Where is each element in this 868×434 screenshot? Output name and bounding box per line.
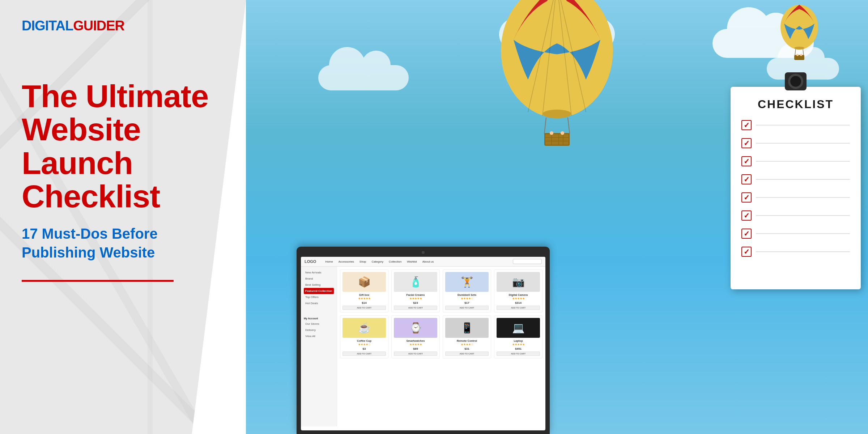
ecom-search-bar[interactable] (513, 259, 542, 264)
ecom-main-content: New Arrivals Brand Best Selling Featured… (301, 267, 545, 426)
product-price-facial: $23 (394, 301, 437, 305)
divider-line (22, 280, 174, 282)
ecom-nav-accessories: Accessories (339, 260, 354, 263)
product-card-laptop: 💻 Laptop ★★★★★ $451 ADD TO CART (494, 315, 542, 358)
add-to-cart-camera[interactable]: ADD TO CART (497, 306, 540, 310)
svg-line-20 (795, 49, 796, 55)
ecom-product-content: 📦 Gift box ★★★★★ $14 ADD TO CART 🧴 Facia… (337, 267, 545, 426)
checkbox-7[interactable]: ✓ (741, 229, 752, 239)
product-card-remote: 📱 Remote Control ★★★★☆ $31 ADD TO CART (443, 315, 491, 358)
logo-digital: DIGITAL (22, 18, 73, 33)
clipboard-board: CHECKLIST ✓ ✓ ✓ ✓ ✓ (731, 87, 861, 289)
clipboard-container: CHECKLIST ✓ ✓ ✓ ✓ ✓ (731, 72, 861, 289)
sidebar-brand[interactable]: Brand (304, 276, 334, 282)
checkbox-8[interactable]: ✓ (741, 247, 752, 257)
svg-rect-23 (794, 55, 804, 60)
checklist-item-3: ✓ (741, 156, 850, 166)
check-line-2 (756, 143, 850, 144)
ecom-nav-wishlist: Wishlist (407, 260, 417, 263)
product-card-smartwatch: ⌚ Smartwatches ★★★★★ $89 ADD TO CART (391, 315, 440, 358)
product-img-smartwatch: ⌚ (394, 318, 437, 338)
checklist-item-6: ✓ (741, 210, 850, 221)
svg-line-21 (803, 49, 804, 55)
product-price-laptop: $451 (497, 347, 540, 350)
ecom-logo: LOGO (305, 259, 316, 264)
ecom-nav-shop: Shop (359, 260, 366, 263)
sub-headline: 17 Must-Dos Before Publishing Website (22, 224, 224, 262)
sidebar-best-selling[interactable]: Best Selling (304, 282, 334, 288)
product-name-laptop: Laptop (497, 339, 540, 342)
product-img-dumbbell: 🏋️ (445, 272, 489, 292)
brand-logo[interactable]: DIGITALGUIDER (22, 18, 124, 34)
product-card-coffee: ☕ Coffee Cup ★★★★☆ $3 ADD TO CART (340, 315, 388, 358)
sidebar-top-offers[interactable]: Top Offers (304, 294, 334, 300)
product-price-smartwatch: $89 (394, 347, 437, 350)
product-stars-camera: ★★★★★ (497, 297, 540, 300)
product-name-camera: Digital Camera (497, 293, 540, 297)
checklist-item-7: ✓ (741, 229, 850, 239)
sidebar-delivery[interactable]: Delivery (304, 327, 334, 333)
product-stars: ★★★★★ (342, 297, 386, 300)
checklist-item-4: ✓ (741, 174, 850, 184)
sidebar-hot-deals[interactable]: Hot Deals (304, 300, 334, 306)
sidebar-new-arrivals[interactable]: New Arrivals (304, 269, 334, 276)
ecom-nav: LOGO Home Accessories Shop Category Coll… (301, 257, 545, 267)
add-to-cart-dumbbell[interactable]: ADD TO CART (445, 306, 489, 310)
product-card-camera: 📷 Digital Camera ★★★★★ $314 ADD TO CART (494, 269, 542, 312)
checkbox-4[interactable]: ✓ (741, 174, 752, 184)
balloon-small (774, 0, 825, 65)
svg-point-0 (501, 0, 613, 118)
checklist-item-1: ✓ (741, 120, 850, 130)
ecom-nav-home: Home (325, 260, 333, 263)
product-card-giftbox: 📦 Gift box ★★★★★ $14 ADD TO CART (340, 269, 388, 312)
add-to-cart-coffee[interactable]: ADD TO CART (342, 352, 386, 356)
checkbox-5[interactable]: ✓ (741, 192, 752, 203)
add-to-cart-smartwatch[interactable]: ADD TO CART (394, 352, 437, 356)
main-container: DIGITALGUIDER The Ultimate Website Launc… (0, 0, 868, 434)
sidebar-our-stores[interactable]: Our Stores (304, 321, 334, 327)
check-line-1 (756, 125, 850, 125)
checkbox-1[interactable]: ✓ (741, 120, 752, 130)
svg-point-25 (800, 54, 802, 56)
product-img-remote: 📱 (445, 318, 489, 338)
product-price-dumbbell: $17 (445, 301, 489, 305)
check-line-7 (756, 233, 850, 234)
product-price: $14 (342, 301, 386, 305)
sidebar-view-all[interactable]: View All (304, 333, 334, 339)
ecom-sidebar: New Arrivals Brand Best Selling Featured… (301, 267, 337, 426)
add-to-cart-laptop[interactable]: ADD TO CART (497, 352, 540, 356)
product-stars-smartwatch: ★★★★★ (394, 343, 437, 346)
ecom-nav-collection: Collection (389, 260, 401, 263)
product-stars-coffee: ★★★★☆ (342, 343, 386, 346)
product-stars-facial: ★★★★★ (394, 297, 437, 300)
product-price-remote: $31 (445, 347, 489, 350)
product-card-facial: 🧴 Facial Creams ★★★★★ $23 ADD TO CART (391, 269, 440, 312)
ecom-nav-about: About us (422, 260, 434, 263)
checklist-item-5: ✓ (741, 192, 850, 203)
clipboard-clip (785, 72, 807, 90)
balloon-large (488, 0, 626, 152)
checkbox-6[interactable]: ✓ (741, 210, 752, 221)
product-stars-remote: ★★★★☆ (445, 343, 489, 346)
checkbox-3[interactable]: ✓ (741, 156, 752, 166)
laptop-camera (422, 251, 425, 254)
check-line-5 (756, 197, 850, 198)
check-line-3 (756, 161, 850, 162)
product-price-coffee: $3 (342, 347, 386, 350)
svg-point-16 (550, 131, 553, 135)
svg-point-19 (794, 47, 804, 50)
sidebar-featured[interactable]: Featured Collection (304, 288, 334, 294)
product-stars-laptop: ★★★★★ (497, 343, 540, 346)
add-to-cart-remote[interactable]: ADD TO CART (445, 352, 489, 356)
checkbox-2[interactable]: ✓ (741, 138, 752, 148)
headline-container: The Ultimate Website Launch Checklist 17… (22, 80, 224, 282)
sidebar-account-section: My Account (304, 317, 334, 320)
svg-point-24 (796, 54, 799, 56)
laptop-screen-area: LOGO Home Accessories Shop Category Coll… (297, 247, 550, 434)
add-to-cart-giftbox[interactable]: ADD TO CART (342, 306, 386, 310)
checklist-title: CHECKLIST (741, 98, 850, 111)
main-headline: The Ultimate Website Launch Checklist (22, 80, 224, 213)
check-line-4 (756, 179, 850, 180)
add-to-cart-facial[interactable]: ADD TO CART (394, 306, 437, 310)
check-line-6 (756, 215, 850, 216)
